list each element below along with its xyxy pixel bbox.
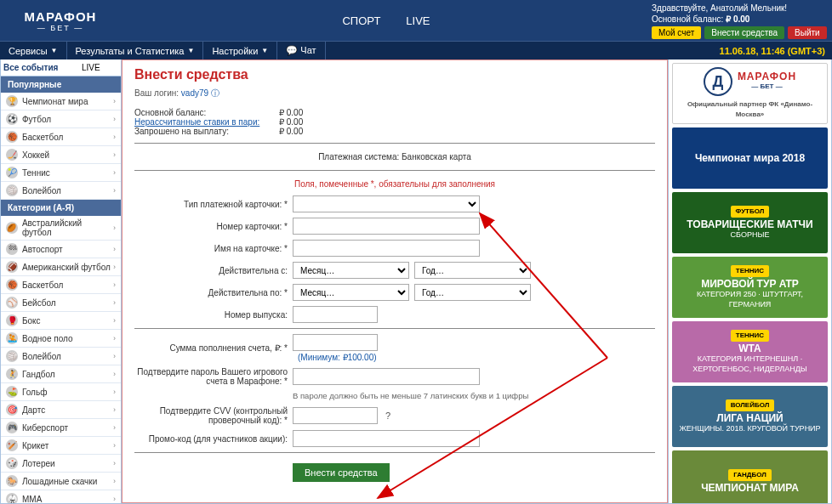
chevron-right-icon: › (113, 280, 116, 289)
cvv-help-icon[interactable]: ? (385, 411, 390, 421)
chevron-right-icon: › (113, 459, 116, 467)
sport-row[interactable]: 🏏Крикет› (1, 437, 121, 455)
sport-label: Бокс (22, 316, 41, 326)
sport-icon: 🏒 (6, 149, 18, 161)
login-prefix: Ваш логин: (134, 88, 179, 98)
sport-row[interactable]: 🏐Волейбол› (1, 348, 121, 365)
card-name-input[interactable] (293, 240, 480, 257)
chevron-right-icon: › (113, 477, 116, 485)
sport-row[interactable]: 🎲Лотереи› (1, 455, 121, 473)
chevron-right-icon: › (113, 133, 116, 141)
promo-banner-3[interactable]: ТЕННИСМИРОВОЙ ТУР ATPКАТЕГОРИЯ 250 · ШТУ… (672, 257, 828, 318)
balance-row-label: Запрошено на выплату: (134, 127, 279, 136)
sport-label: MMA (22, 495, 42, 504)
sport-row[interactable]: 🎮Киберспорт› (1, 419, 121, 437)
amount-input[interactable] (293, 334, 378, 351)
sport-row[interactable]: 🏀Баскетбол› (1, 128, 121, 146)
cvv-input[interactable] (293, 407, 378, 424)
sport-row[interactable]: 🏐Волейбол› (1, 182, 121, 200)
sport-label: Волейбол (22, 186, 61, 195)
label-valid-to: Действительна по: * (134, 288, 288, 297)
sport-row[interactable]: 🏆Чемпионат мира› (1, 93, 121, 110)
sport-label: Бейсбол (22, 298, 56, 308)
sport-row[interactable]: 🎾Теннис› (1, 164, 121, 182)
sport-icon: ⚾ (6, 297, 18, 309)
main-nav: СПОРТ LIVE (121, 14, 652, 27)
sport-label: Баскетбол (22, 133, 63, 142)
sport-icon: 🏐 (6, 184, 18, 196)
main-content: Внести средства Ваш логин: vady79 ⓘ Осно… (122, 59, 668, 503)
sport-row[interactable]: 🐎Лошадиные скачки› (1, 473, 121, 490)
sport-row[interactable]: 🏈Американский футбол› (1, 258, 121, 276)
sport-row[interactable]: 🥋MMA› (1, 490, 121, 503)
chevron-right-icon: › (113, 168, 116, 177)
valid-from-year[interactable]: Год… (414, 262, 531, 279)
sub-menu-bar: Сервисы▼Результаты и Статистика▼Настройк… (0, 41, 832, 59)
logo-subtext: — БЕТ — (25, 24, 97, 32)
sport-label: Крикет (22, 441, 48, 450)
issue-input[interactable] (293, 306, 378, 323)
promo-banner-1[interactable]: Чемпионат мира 2018 (672, 127, 828, 189)
card-type-select[interactable] (293, 195, 480, 212)
promo-banner-0[interactable]: ДМАРАФОН— БЕТ —Официальный партнер ФК «Д… (672, 63, 828, 124)
balance-row-label[interactable]: Нерассчитанные ставки в пари: (134, 117, 279, 127)
submenu-item-3[interactable]: 💬 Чат (277, 42, 325, 59)
balance-row-value: ₽ 0.00 (279, 127, 303, 136)
chevron-right-icon: › (113, 316, 116, 325)
submenu-item-0[interactable]: Сервисы▼ (0, 42, 67, 59)
sport-row[interactable]: 🏒Хоккей› (1, 146, 121, 164)
promo-banner-6[interactable]: ГАНДБОЛЧЕМПИОНАТ МИРА (672, 450, 828, 503)
sport-label: Автоспорт (22, 245, 63, 254)
sport-row[interactable]: ⚽Футбол› (1, 110, 121, 128)
chevron-right-icon: › (113, 370, 116, 378)
sport-icon: 🏏 (6, 439, 18, 451)
sport-icon: 🎯 (6, 404, 18, 416)
label-promo: Промо-код (для участников акции): (134, 434, 288, 444)
sport-row[interactable]: 🥊Бокс› (1, 312, 121, 330)
sport-icon: 🏆 (6, 95, 18, 107)
logout-button[interactable]: Выйти (788, 26, 827, 39)
submenu-item-2[interactable]: Настройки▼ (203, 42, 277, 59)
sport-row[interactable]: 🤾Гандбол› (1, 365, 121, 383)
label-valid-from: Действительна с: (134, 266, 288, 275)
sport-row[interactable]: ⚾Бейсбол› (1, 294, 121, 312)
chevron-right-icon: › (113, 405, 116, 414)
nav-live[interactable]: LIVE (406, 14, 430, 27)
chevron-right-icon: › (113, 224, 116, 232)
tab-all-events[interactable]: Все события (1, 59, 61, 76)
required-note: Поля, помеченные *, обязательны для запо… (134, 176, 655, 195)
valid-to-month[interactable]: Месяц… (293, 284, 409, 301)
promo-input[interactable] (293, 430, 480, 447)
nav-sport[interactable]: СПОРТ (342, 14, 380, 27)
sport-label: Футбол (22, 115, 51, 124)
submenu-item-1[interactable]: Результаты и Статистика▼ (67, 42, 204, 59)
sport-label: Баскетбол (22, 280, 63, 290)
valid-to-year[interactable]: Год… (414, 284, 531, 301)
valid-from-month[interactable]: Месяц… (293, 262, 409, 279)
chevron-right-icon: › (113, 334, 116, 343)
info-icon[interactable]: ⓘ (211, 88, 219, 98)
sport-row[interactable]: 🏀Баскетбол› (1, 276, 121, 294)
chevron-right-icon: › (113, 495, 116, 503)
label-card-name: Имя на карточке: * (134, 244, 288, 253)
sport-label: Австралийский футбол (22, 218, 113, 237)
password-input[interactable] (293, 368, 480, 385)
deposit-button[interactable]: Внести средства (704, 26, 784, 39)
sport-row[interactable]: ⛳Гольф› (1, 383, 121, 401)
sport-row[interactable]: 🤽Водное поло› (1, 330, 121, 348)
submit-deposit-button[interactable]: Внести средства (293, 463, 390, 482)
my-account-button[interactable]: Мой счет (652, 26, 701, 39)
promo-banner-2[interactable]: ФУТБОЛТОВАРИЩЕСКИЕ МАТЧИСБОРНЫЕ (672, 192, 828, 253)
label-issue: Номер выпуска: (134, 310, 288, 320)
sport-row[interactable]: 🏁Автоспорт› (1, 241, 121, 258)
promo-banner-5[interactable]: ВОЛЕЙБОЛЛИГА НАЦИЙЖЕНЩИНЫ. 2018. КРУГОВО… (672, 386, 828, 447)
sport-label: Чемпионат мира (22, 97, 88, 106)
sport-row[interactable]: 🎯Дартс› (1, 401, 121, 419)
promo-banner-4[interactable]: ТЕННИСWTAКАТЕГОРИЯ ИНТЕРНЕШНЛ · ХЕРТОГЕН… (672, 321, 828, 382)
clock: 11.06.18, 11:46 (GMT+3) (713, 46, 832, 56)
tab-live[interactable]: LIVE (61, 59, 122, 76)
card-number-input[interactable] (293, 218, 480, 235)
logo[interactable]: МАРАФОН — БЕТ — (0, 0, 121, 41)
section-popular: Популярные (1, 76, 121, 93)
sport-row[interactable]: 🏉Австралийский футбол› (1, 216, 121, 241)
